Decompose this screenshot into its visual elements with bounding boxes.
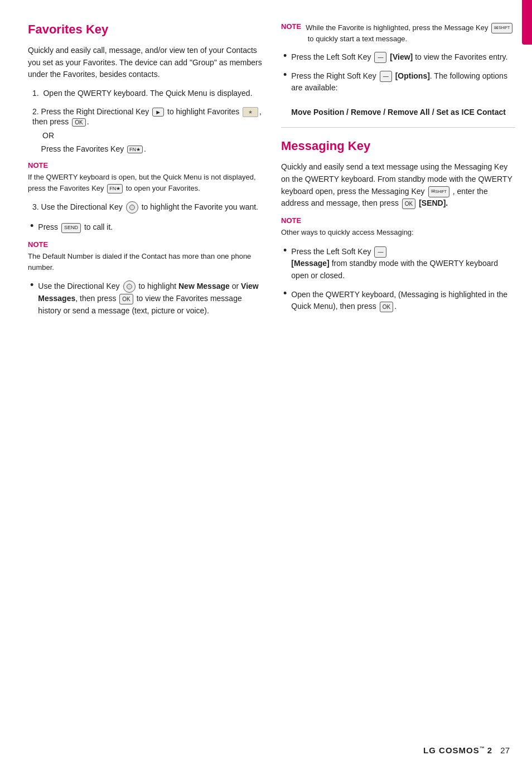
- bullet-send: • Press SEND to call it.: [28, 221, 264, 234]
- fn-star-key-icon: FN★: [127, 146, 143, 153]
- divider: [281, 127, 515, 128]
- note-messaging-text: Other ways to quickly access Messaging:: [281, 227, 515, 238]
- directional-key-icon-2: [123, 280, 136, 293]
- favorites-icon: ★: [243, 107, 258, 117]
- page: Favorites Key Quickly and easily call, m…: [0, 0, 532, 765]
- bullet-right-soft-options-content: Press the Right Soft Key — [Options]. Th…: [291, 70, 515, 119]
- bullet-dot-1: •: [30, 220, 33, 232]
- messaging-key-title: Messaging Key: [281, 139, 515, 153]
- or-text: OR: [42, 131, 264, 140]
- step-3: 3. Use the Directional Key to highlight …: [28, 201, 264, 214]
- send-key-icon: SEND: [61, 223, 81, 233]
- bullet-send-content: Press SEND to call it.: [38, 221, 264, 234]
- bullet-dot-r3: •: [283, 245, 287, 256]
- bullet-dot-r1: •: [283, 50, 287, 62]
- note-messaging: NOTE Other ways to quickly access Messag…: [281, 216, 515, 238]
- message-key-icon: ✉SHIFT: [491, 23, 512, 34]
- model-number: 2: [487, 745, 492, 755]
- left-soft-key-icon-2: —: [374, 246, 386, 258]
- page-number: 27: [500, 745, 510, 755]
- bullet-right-soft-options: • Press the Right Soft Key — [Options]. …: [281, 70, 515, 119]
- trademark: ™: [480, 745, 485, 751]
- step-1-text: 1. Open the QWERTY keyboard. The Quick M…: [32, 89, 253, 98]
- favorites-key-title: Favorites Key: [28, 22, 264, 37]
- bullet-open-qwerty: • Open the QWERTY keyboard, (Messaging i…: [281, 289, 515, 313]
- step-2-text: 2. Press the Right Directional Key ► to …: [32, 107, 264, 127]
- bullet-left-soft-view: • Press the Left Soft Key — [View] to vi…: [281, 51, 515, 64]
- note-1-text: If the QWERTY keyboard is open, but the …: [28, 172, 264, 193]
- note-right-top-label: NOTE: [281, 22, 301, 45]
- bullet-open-qwerty-content: Open the QWERTY keyboard, (Messaging is …: [291, 289, 515, 313]
- tab-accent: [522, 0, 532, 45]
- message-key-icon-2: ✉SHIFT: [428, 186, 449, 197]
- bullet-dot-r4: •: [283, 288, 287, 299]
- messaging-intro: Quickly and easily send a text message u…: [281, 161, 515, 210]
- ok-key-icon: OK: [72, 118, 85, 127]
- ok-key-icon-4: OK: [380, 302, 393, 313]
- page-separator: [494, 746, 498, 754]
- favorites-intro: Quickly and easily call, message, and/or…: [28, 45, 264, 81]
- bullet-left-soft-view-content: Press the Left Soft Key — [View] to view…: [291, 51, 515, 64]
- step-2: 2. Press the Right Directional Key ► to …: [28, 107, 264, 153]
- note-2: NOTE The Default Number is dialed if the…: [28, 240, 264, 273]
- brand-name: LG COSMOS™: [423, 745, 485, 755]
- fn-star-key-icon-2: FN★: [107, 184, 123, 194]
- step-3-text: 3. Use the Directional Key to highlight …: [32, 202, 258, 211]
- bullet-left-soft-message-content: Press the Left Soft Key — [Message] from…: [291, 246, 515, 282]
- ok-key-icon-3: OK: [402, 198, 415, 210]
- directional-key-icon: [126, 201, 138, 214]
- bullet-directional-content: Use the Directional Key to highlight New…: [38, 280, 264, 317]
- right-soft-key-icon: —: [380, 71, 392, 82]
- note-2-label: NOTE: [28, 240, 264, 249]
- note-1: NOTE If the QWERTY keyboard is open, but…: [28, 161, 264, 193]
- ok-key-icon-2: OK: [119, 294, 133, 305]
- footer: LG COSMOS™ 2 27: [423, 745, 510, 755]
- note-messaging-label: NOTE: [281, 216, 515, 225]
- note-right-top: NOTE While the Favorite is highlighted, …: [281, 22, 515, 45]
- bullet-left-soft-message: • Press the Left Soft Key — [Message] fr…: [281, 246, 515, 282]
- left-column: Favorites Key Quickly and easily call, m…: [28, 22, 264, 748]
- note-1-label: NOTE: [28, 161, 264, 170]
- left-soft-key-icon: —: [374, 52, 386, 63]
- bullet-dot-r2: •: [283, 69, 287, 81]
- bullet-directional: • Use the Directional Key to highlight N…: [28, 280, 264, 317]
- note-2-text: The Default Number is dialed if the Cont…: [28, 251, 264, 273]
- content: Favorites Key Quickly and easily call, m…: [0, 0, 532, 765]
- step-1: 1. Open the QWERTY keyboard. The Quick M…: [28, 88, 264, 99]
- bullet-dot-2: •: [30, 279, 33, 291]
- press-fav-text: Press the Favorites Key FN★.: [32, 144, 264, 153]
- note-right-top-content: While the Favorite is highlighted, press…: [306, 22, 515, 45]
- right-column: NOTE While the Favorite is highlighted, …: [281, 22, 515, 748]
- right-directional-key-icon: ►: [152, 108, 164, 117]
